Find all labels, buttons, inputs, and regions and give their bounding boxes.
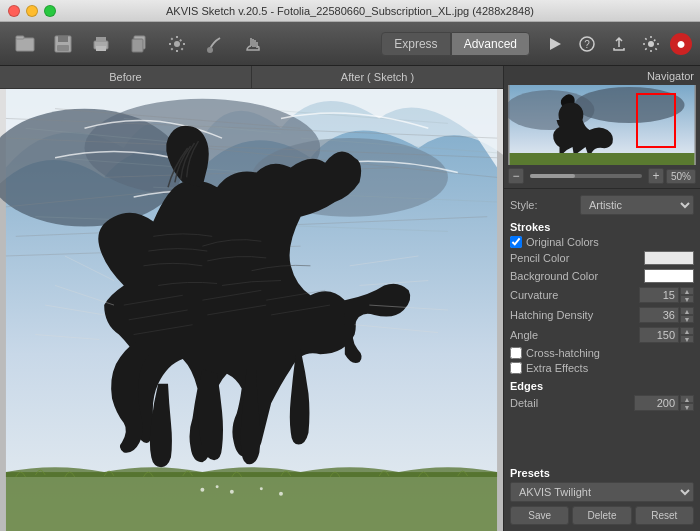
hatching-density-up[interactable]: ▲ [680,307,694,315]
detail-spinner: ▲ ▼ [680,395,694,411]
record-button[interactable]: ● [670,33,692,55]
detail-control: ▲ ▼ [634,395,694,411]
svg-rect-4 [57,45,69,51]
strokes-header: Strokes [510,221,694,233]
save-preset-button[interactable]: Save [510,506,569,525]
hatching-density-spinner: ▲ ▼ [680,307,694,323]
curvature-down[interactable]: ▼ [680,295,694,303]
toolbar: Express Advanced ? ● [0,22,700,66]
save-button[interactable] [46,27,80,61]
detail-input[interactable] [634,395,679,411]
title-bar: AKVIS Sketch v.20.5 - Fotolia_22580660_S… [0,0,700,22]
hatching-density-down[interactable]: ▼ [680,315,694,323]
navigator-preview [508,85,696,165]
after-tab[interactable]: After ( Sketch ) [252,66,503,88]
open-file-button[interactable] [8,27,42,61]
presets-select[interactable]: AKVIS Twilight [510,482,694,502]
before-tab[interactable]: Before [0,66,252,88]
canvas-image[interactable] [0,89,503,531]
hatching-density-row: Hatching Density ▲ ▼ [510,307,694,323]
original-colors-checkbox[interactable] [510,236,522,248]
curvature-up[interactable]: ▲ [680,287,694,295]
angle-row: Angle ▲ ▼ [510,327,694,343]
print-button[interactable] [84,27,118,61]
maximize-button[interactable] [44,5,56,17]
brush-paint-button[interactable] [198,27,232,61]
angle-spinner: ▲ ▼ [680,327,694,343]
curvature-spinner: ▲ ▼ [680,287,694,303]
detail-down[interactable]: ▼ [680,403,694,411]
angle-input[interactable] [639,327,679,343]
zoom-value: 50% [666,169,696,184]
hatching-density-control: ▲ ▼ [639,307,694,323]
minimize-button[interactable] [26,5,38,17]
copy-button[interactable] [122,27,156,61]
pencil-color-swatch[interactable] [644,251,694,265]
svg-rect-6 [96,37,106,42]
preferences-button[interactable] [638,31,664,57]
edges-header: Edges [510,380,694,392]
toolbar-actions: ? ● [542,31,692,57]
advanced-mode-button[interactable]: Advanced [451,32,530,56]
svg-point-15 [648,41,654,47]
detail-row: Detail ▲ ▼ [510,395,694,411]
canvas-tabs: Before After ( Sketch ) [0,66,503,89]
original-colors-label: Original Colors [526,236,599,248]
svg-point-44 [216,485,219,488]
svg-point-47 [279,492,283,496]
angle-control: ▲ ▼ [639,327,694,343]
right-panel: Navigator [503,66,700,531]
style-label: Style: [510,199,580,211]
pencil-color-row: Pencil Color [510,251,694,265]
svg-rect-0 [16,38,34,51]
mode-buttons: Express Advanced [381,32,530,56]
express-mode-button[interactable]: Express [381,32,450,56]
detail-label: Detail [510,397,634,409]
background-color-swatch[interactable] [644,269,694,283]
navigator: Navigator [504,66,700,189]
presets-buttons: Save Delete Reset [510,506,694,525]
svg-point-11 [207,47,213,53]
detail-up[interactable]: ▲ [680,395,694,403]
help-button[interactable]: ? [574,31,600,57]
play-button[interactable] [542,31,568,57]
zoom-slider[interactable] [530,174,642,178]
svg-rect-3 [58,36,68,42]
hand-tool-button[interactable] [236,27,270,61]
svg-point-10 [174,41,180,47]
extra-effects-checkbox[interactable] [510,362,522,374]
svg-point-46 [260,487,263,490]
extra-effects-row: Extra Effects [510,362,694,374]
window-title: AKVIS Sketch v.20.5 - Fotolia_22580660_S… [166,5,534,17]
reset-preset-button[interactable]: Reset [635,506,694,525]
close-button[interactable] [8,5,20,17]
navigator-red-box [636,93,676,148]
style-select[interactable]: Artistic [580,195,694,215]
delete-preset-button[interactable]: Delete [572,506,631,525]
pencil-color-label: Pencil Color [510,252,644,264]
share-button[interactable] [606,31,632,57]
hatching-density-input[interactable] [639,307,679,323]
presets-section: Presets AKVIS Twilight Save Delete Reset [504,467,700,531]
angle-up[interactable]: ▲ [680,327,694,335]
style-row: Style: Artistic [510,195,694,215]
angle-label: Angle [510,329,639,341]
zoom-out-button[interactable]: − [508,168,524,184]
angle-down[interactable]: ▼ [680,335,694,343]
canvas-area: Before After ( Sketch ) [0,66,503,531]
zoom-in-button[interactable]: + [648,168,664,184]
curvature-control: ▲ ▼ [639,287,694,303]
svg-marker-12 [550,38,561,50]
curvature-label: Curvature [510,289,639,301]
settings-cog-button[interactable] [160,27,194,61]
navigator-controls: − + 50% [508,168,696,184]
settings-panel: Style: Artistic Strokes Original Colors … [504,189,700,467]
svg-text:?: ? [584,39,590,50]
hatching-density-label: Hatching Density [510,309,639,321]
presets-label: Presets [510,467,694,479]
navigator-label: Navigator [508,70,696,82]
svg-rect-42 [6,472,497,531]
curvature-input[interactable] [639,287,679,303]
cross-hatching-checkbox[interactable] [510,347,522,359]
original-colors-row: Original Colors [510,236,694,248]
